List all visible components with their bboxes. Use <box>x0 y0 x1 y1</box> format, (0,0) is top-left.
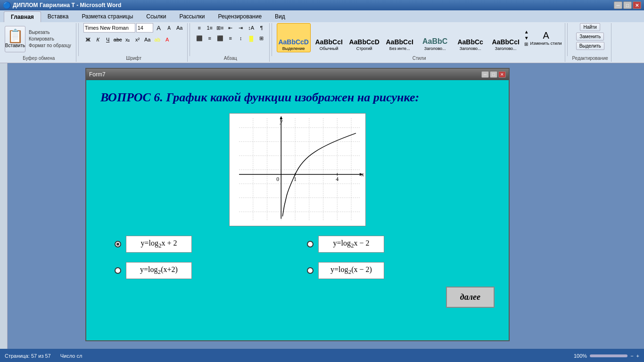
style-normal[interactable]: AaBbCcI Обычный <box>312 23 346 52</box>
next-button[interactable]: далее <box>446 287 495 308</box>
maximize-button[interactable]: □ <box>623 1 632 9</box>
format-painter-button[interactable]: Формат по образцу <box>27 42 73 49</box>
form7-close[interactable]: ✕ <box>498 71 506 78</box>
editing-content: Найти Заменить Выделить <box>576 23 604 55</box>
radio-2[interactable] <box>307 241 314 247</box>
tab-references[interactable]: Ссылки <box>140 11 173 22</box>
italic-button[interactable]: К <box>93 35 103 44</box>
form7-controls: ─ □ ✕ <box>481 71 506 78</box>
numbering-button[interactable]: 1≡ <box>205 23 215 33</box>
align-center-button[interactable]: ≡ <box>205 33 215 43</box>
increase-indent-button[interactable]: ⇥ <box>236 23 246 33</box>
answer-box-3[interactable]: y=log2(x+2) <box>126 262 192 279</box>
styles-up[interactable]: ▲ <box>524 29 529 34</box>
multilevel-button[interactable]: ⊞≡ <box>215 23 225 33</box>
style-highlight[interactable]: AaBbCcD Выделение <box>277 23 311 52</box>
paragraph-content: ≡ 1≡ ⊞≡ ⇤ ⇥ ↕A ¶ ⬛ ≡ ⬛ ≡ ↕ ▓ ⊞ <box>195 23 266 55</box>
form7-titlebar: Form7 ─ □ ✕ <box>86 69 509 80</box>
tab-review[interactable]: Рецензирование <box>211 11 268 22</box>
radio-4[interactable] <box>307 267 314 274</box>
align-right-button[interactable]: ⬛ <box>215 33 225 43</box>
clipboard-content: 📋 Вставить Вырезать Копировать Формат по… <box>5 23 73 55</box>
style-sample-2: AaBbCcD <box>349 39 380 45</box>
replace-button[interactable]: Заменить <box>576 33 604 41</box>
form7-minimize[interactable]: ─ <box>481 71 489 78</box>
title-bar-controls: ─ □ ✕ <box>614 1 641 9</box>
bullets-button[interactable]: ≡ <box>195 23 204 33</box>
styles-content: AaBbCcD Выделение AaBbCcI Обычный AaBbCc… <box>277 23 562 55</box>
borders-button[interactable]: ⊞ <box>257 33 266 43</box>
styles-group: AaBbCcD Выделение AaBbCcI Обычный AaBbCc… <box>274 23 565 62</box>
radio-3[interactable] <box>115 267 121 274</box>
style-no-spacing[interactable]: AaBbCcI Без инте... <box>383 23 417 52</box>
tab-mailings[interactable]: Рассылки <box>173 11 212 22</box>
show-marks-button[interactable]: ¶ <box>257 23 266 33</box>
change-styles-icon: A <box>530 30 562 41</box>
change-styles-btn[interactable]: A Изменить стили <box>530 30 562 46</box>
font-size-input[interactable] <box>136 23 153 33</box>
tab-insert[interactable]: Вставка <box>41 11 75 22</box>
superscript-button[interactable]: x² <box>133 35 142 44</box>
zoom-minus[interactable]: − <box>630 353 633 359</box>
form7-window: Form7 ─ □ ✕ ВОПРОС 6. График какой функц… <box>85 68 510 341</box>
answer-option-2: y=log2x − 2 <box>307 236 480 253</box>
zoom-slider[interactable] <box>590 354 627 357</box>
font-group: A A Aa Ж К Ч abc x₂ x² Aa ab A Шрифт <box>81 23 188 62</box>
shrink-font-button[interactable]: A <box>165 23 174 33</box>
style-name-2: Строгий <box>356 46 372 51</box>
style-heading1[interactable]: AaBbC Заголово... <box>418 23 452 52</box>
select-button[interactable]: Выделить <box>576 42 604 50</box>
answer-box-1[interactable]: y=log2x + 2 <box>126 236 192 253</box>
style-heading2[interactable]: AaBbCc Заголово... <box>454 23 487 52</box>
styles-label: Стили <box>413 55 426 62</box>
sort-button[interactable]: ↕A <box>247 23 256 33</box>
ribbon-tabs: Главная Вставка Разметка страницы Ссылки… <box>0 10 644 22</box>
form7-maximize[interactable]: □ <box>490 71 497 78</box>
para-row-2: ⬛ ≡ ⬛ ≡ ↕ ▓ ⊞ <box>195 33 266 43</box>
zoom-plus[interactable]: + <box>636 353 639 359</box>
justify-button[interactable]: ≡ <box>226 33 235 43</box>
copy-button[interactable]: Копировать <box>27 36 73 42</box>
strikethrough-button[interactable]: abc <box>113 35 123 44</box>
style-strict[interactable]: AaBbCcD Строгий <box>347 23 381 52</box>
decrease-indent-button[interactable]: ⇤ <box>226 23 235 33</box>
styles-more[interactable]: ⊞ <box>524 41 529 47</box>
styles-down[interactable]: ▼ <box>524 35 529 41</box>
find-button[interactable]: Найти <box>580 23 600 31</box>
font-name-input[interactable] <box>83 23 135 33</box>
align-left-button[interactable]: ⬛ <box>195 33 204 43</box>
line-spacing-button[interactable]: ↕ <box>236 33 246 43</box>
style-heading3[interactable]: AaBbCcI Заголово... <box>489 23 523 52</box>
shading-button[interactable]: ▓ <box>247 33 256 43</box>
clipboard-small-btns: Вырезать Копировать Формат по образцу <box>27 29 73 49</box>
document-area: Form7 ─ □ ✕ ВОПРОС 6. График какой функц… <box>0 63 644 349</box>
highlight-button[interactable]: ab <box>153 35 162 44</box>
answer-box-2[interactable]: y=log2x − 2 <box>318 236 384 253</box>
style-name-4: Заголово... <box>424 46 446 51</box>
vertical-ruler <box>0 63 8 349</box>
bold-button[interactable]: Ж <box>83 35 93 44</box>
document-scroll: Form7 ─ □ ✕ ВОПРОС 6. График какой функц… <box>8 63 644 349</box>
clipboard-group: 📋 Вставить Вырезать Копировать Формат по… <box>2 23 76 62</box>
tab-home[interactable]: Главная <box>4 11 41 22</box>
clear-format-button[interactable]: Aa <box>175 23 184 33</box>
radio-1[interactable] <box>115 241 121 247</box>
subscript-button[interactable]: x₂ <box>123 35 132 44</box>
font-color-button[interactable]: A <box>163 35 172 44</box>
cut-button[interactable]: Вырезать <box>27 29 73 35</box>
ribbon-content: 📋 Вставить Вырезать Копировать Формат по… <box>0 22 644 63</box>
svg-text:y: y <box>280 118 283 124</box>
change-case-button[interactable]: Aa <box>143 35 152 44</box>
answer-box-4[interactable]: y=log2(x − 2) <box>318 262 384 279</box>
minimize-button[interactable]: ─ <box>614 1 622 9</box>
tab-page-layout[interactable]: Разметка страницы <box>75 11 140 22</box>
paste-button[interactable]: 📋 Вставить <box>5 26 25 52</box>
editing-group: Найти Заменить Выделить Редактирование <box>570 23 611 62</box>
editing-label: Редактирование <box>572 55 608 62</box>
grow-font-button[interactable]: A <box>154 23 164 33</box>
sep3 <box>272 23 272 56</box>
close-button[interactable]: ✕ <box>633 1 641 9</box>
underline-button[interactable]: Ч <box>103 35 113 44</box>
svg-text:x: x <box>361 171 364 178</box>
tab-view[interactable]: Вид <box>268 11 292 22</box>
